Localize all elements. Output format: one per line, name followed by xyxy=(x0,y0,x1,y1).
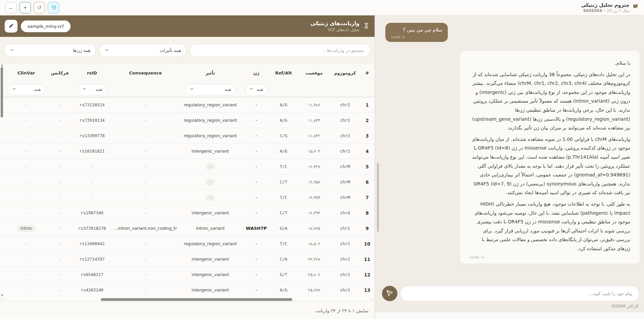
cell-freq: - xyxy=(49,179,70,184)
top-bar: چتروم تحلیل ژنتیکی 5435354 • 20 سال • زن… xyxy=(0,0,644,15)
cell-freq: - xyxy=(49,210,70,215)
cell-clinvar: - xyxy=(3,257,49,262)
column-header-impact: تأثیر xyxy=(177,70,244,75)
genes-filter-label: همه ژن‌ها xyxy=(73,48,90,53)
impact-badge: - xyxy=(206,179,215,185)
table-row[interactable]: 11chr2۲۳,۳۶۸C/A-intergenic_variant-rs127… xyxy=(0,252,375,267)
cell-consequence: - xyxy=(114,164,177,169)
filter-cell-gene: همه xyxy=(244,84,269,95)
scroll-up-icon[interactable]: ▲ xyxy=(1,64,3,67)
cell-num: 6 xyxy=(360,179,375,185)
cell-gene: - xyxy=(244,195,269,200)
column-header-rsid: rsID xyxy=(70,70,114,75)
vertical-scrollbar-thumb[interactable] xyxy=(1,67,3,117)
cell-gene: - xyxy=(244,102,269,107)
cell-num: 12 xyxy=(360,272,375,277)
search-input[interactable] xyxy=(190,44,371,57)
table-footer: نمایش ۱ تا ۳۴ از ۳۴ واریانت xyxy=(0,302,375,319)
chevron-down-icon xyxy=(104,48,109,53)
app-title: چتروم تحلیل ژنتیکی xyxy=(581,2,630,8)
horizontal-scrollbar: ‹ › xyxy=(0,298,375,302)
chevron-down-icon xyxy=(249,87,254,92)
table-row[interactable]: 3chr2۱۱,۸۴۲C/G-regulatory_region_variant… xyxy=(0,128,375,144)
cell-num: 10 xyxy=(360,241,375,247)
cell-gene: - xyxy=(244,287,269,293)
table-row[interactable]: 12chr2۲۵,۸۰۶G/T-intergenic_variant-rs654… xyxy=(0,267,375,282)
column-filter-gene[interactable]: همه xyxy=(245,84,267,95)
cell-num: 7 xyxy=(360,195,375,200)
cell-num: 3 xyxy=(360,133,375,139)
cell-impact: regulatory_region_variant xyxy=(177,134,244,138)
ai-paragraph: واریانت‌های chrM با فراوانی 1.00 در نمون… xyxy=(469,135,630,197)
column-header-gene: ژن xyxy=(244,70,269,75)
cell-gene: WASH7P xyxy=(244,226,269,231)
chevron-down-icon xyxy=(12,87,16,92)
impact-badge: - xyxy=(206,163,215,170)
scroll-left-icon[interactable]: ‹ xyxy=(1,297,2,301)
add-button[interactable]: + xyxy=(19,2,31,13)
table-row[interactable]: 6chrM۱۶,۳۵۷C/T------ xyxy=(0,174,375,190)
history-button[interactable]: ↺ xyxy=(34,2,45,13)
impact-filter-label: همه تأثیرات xyxy=(160,48,181,53)
medical-mode-button[interactable] xyxy=(48,2,59,13)
cell-gene: - xyxy=(244,164,269,169)
cell-pos: ۲۵,۶۷۷ xyxy=(298,288,330,293)
column-filter-label: همه xyxy=(224,87,231,92)
table-row[interactable]: 5chrM۱۶,۳۲۷T/C------ xyxy=(0,159,375,174)
column-filter-rsid[interactable]: همه xyxy=(78,84,106,95)
table-row[interactable]: 8chr4۱۶,۳۹۴C/T-intergenic_variant-rs1987… xyxy=(0,205,375,221)
horizontal-scrollbar-thumb[interactable] xyxy=(101,298,292,301)
cell-clinvar: Intron xyxy=(3,225,49,232)
pencil-icon xyxy=(9,23,14,29)
column-header-chrom: کروموزوم xyxy=(330,70,360,75)
cell-freq: - xyxy=(49,272,70,277)
cell-refalt: A/G xyxy=(269,118,298,123)
cell-impact: regulatory_region_variant xyxy=(177,242,244,246)
cell-freq: - xyxy=(49,118,70,123)
impact-filter-select[interactable]: همه تأثیرات xyxy=(99,44,186,57)
cell-clinvar: - xyxy=(3,241,49,246)
ai-message-card: با سلام،در این تحلیل داده‌های ژنتیکی، مج… xyxy=(460,51,640,264)
cell-refalt: A/G xyxy=(269,102,298,107)
cell-num: 9 xyxy=(360,226,375,231)
cell-gene: - xyxy=(244,241,269,246)
cell-consequence: ...intron_variant,non_coding_tran xyxy=(114,226,177,231)
genes-filter-select[interactable]: همه ژن‌ها xyxy=(4,44,96,57)
table-row[interactable]: 4chr2۱۵,۷۰۳A/G-intergenic_variant-rs1018… xyxy=(0,144,375,159)
chat-scrollbar-thumb[interactable] xyxy=(377,163,379,232)
cell-consequence: - xyxy=(114,149,177,154)
cell-pos: ۱۵,۷۰۳ xyxy=(298,149,330,154)
chat-message-input[interactable] xyxy=(400,286,639,301)
table-row[interactable]: 1chr2۱۱,۴۸۶A/G-regulatory_region_variant… xyxy=(0,97,375,113)
cell-refalt: C/A xyxy=(269,257,298,262)
cell-rsid: rs13400442 xyxy=(70,241,114,246)
cell-freq: - xyxy=(49,257,70,262)
ai-message-time: ۱۸:۲۵:۰۷ xyxy=(469,255,630,260)
table-row[interactable]: 7chrM۱۶,۳۵۹T/C------ xyxy=(0,190,375,205)
scroll-down-icon[interactable]: ▼ xyxy=(1,294,3,297)
table-row[interactable]: 13chr2۲۵,۶۷۷A/G-intergenic_variant-rs426… xyxy=(0,282,375,298)
cell-rsid: rs73910134 xyxy=(70,118,114,123)
edit-file-button[interactable] xyxy=(5,20,17,33)
clinvar-badge: Intron xyxy=(16,225,36,232)
table-row[interactable]: 9chr1۱۷,۷۶۵G/AWASH7Pintron_variant...int… xyxy=(0,221,375,236)
cell-pos: ۱۱,۸۳۴ xyxy=(298,118,330,123)
table-row[interactable]: 10chr2۱۸,۵۰۶T/C-regulatory_region_varian… xyxy=(0,236,375,252)
filter-bar: همه تأثیرات همه ژن‌ها xyxy=(0,37,375,64)
cell-clinvar: - xyxy=(3,149,49,154)
send-button[interactable] xyxy=(382,286,397,301)
back-button[interactable]: ← xyxy=(5,2,17,13)
cell-chrom: chr4 xyxy=(330,210,360,215)
column-header-consequence: Consequence xyxy=(114,70,177,75)
column-filter-clinvar[interactable]: همه xyxy=(7,84,45,95)
cell-pos: ۱۱,۸۴۲ xyxy=(298,134,330,138)
cell-impact: regulatory_region_variant xyxy=(177,118,244,123)
cell-impact: - xyxy=(177,179,244,185)
filter-cell-impact: همه xyxy=(177,84,244,95)
scroll-right-icon[interactable]: › xyxy=(372,297,373,301)
cell-impact: intergenic_variant xyxy=(177,211,244,215)
file-name-pill[interactable]: sample_miny.vcf xyxy=(21,20,71,32)
table-filter-row: همههمههمههمه xyxy=(0,82,375,97)
table-row[interactable]: 2chr2۱۱,۸۳۴A/G-regulatory_region_variant… xyxy=(0,113,375,128)
column-filter-impact[interactable]: همه xyxy=(185,84,235,95)
